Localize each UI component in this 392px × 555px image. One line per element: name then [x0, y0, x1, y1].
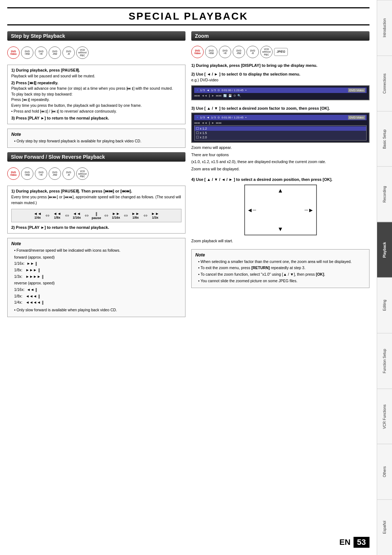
step2-title: 2) Press [⏭‖] repeatedly.	[11, 81, 181, 85]
sf-disc-dvd-rw2: DVD-RW	[49, 167, 61, 180]
slow-forward-disc-icons: DVDVideo DVD+RW DVD+R DVD-RW DVD-R VCDwi…	[7, 167, 185, 180]
page-number: 53	[354, 537, 369, 548]
slow-forward-content: 1) During playback, press [PAUSEⅡ]. Then…	[7, 186, 185, 234]
note-title-2: Note	[11, 241, 181, 246]
sidebar-tab-recording[interactable]: Recording	[377, 166, 392, 222]
sf-disc-dvd-rw: DVD+RW	[21, 167, 33, 180]
speed-cell-1-8x-fwd: ►► 1/8x	[129, 211, 142, 219]
step2-body: Playback will advance one frame (or step…	[11, 86, 181, 114]
zoom-step2: 2) Use [ ◄ / ► ] to select ⊙ to display …	[191, 72, 369, 102]
sf-note-1: Forward/reverse speed will be indicated …	[11, 248, 181, 254]
speed-arrow-pause: ‖	[95, 211, 98, 216]
zoom-step3-note3: (x1.0, x1.2, x1.5 and x2.0), these are d…	[191, 159, 369, 165]
step-by-step-header: Step by Step Playback	[7, 31, 185, 41]
zoom-step4: 4) Use [ ▲ / ▼ / ◄ / ► ] to select a des…	[191, 177, 369, 246]
z-disc-dvd-rw: DVD+RW	[205, 46, 217, 58]
zoom-header: Zoom	[191, 31, 369, 41]
page-footer: EN 53	[7, 537, 369, 548]
sf-disc-dvd-r: DVD-R	[62, 167, 75, 180]
z-disc-jpeg: JPEG	[274, 48, 288, 56]
sf-step1-title: 1) During playback, press [PAUSEⅡ]. Then…	[11, 189, 181, 194]
speed-arrow-1-8: ◄◄	[53, 211, 61, 216]
sidebar-tab-introduction[interactable]: Introduction	[377, 0, 392, 56]
zoom-note-box: Note When selecting a smaller factor tha…	[191, 249, 369, 288]
speed-cell-1-16x-fwd: ►► 1/16x	[110, 211, 123, 219]
speed-arrow-1-4: ◄◄	[34, 211, 42, 216]
speed-cell-1-8x: ◄◄ 1/8x	[51, 211, 64, 219]
slow-forward-header: Slow Forward / Slow Reverse Playback	[7, 152, 185, 162]
speed-cell-1-3x: ►► 1/3x	[149, 211, 162, 219]
sidebar-tab-others[interactable]: Others	[377, 444, 392, 499]
zoom-menu-items: ☐ x 1.2 ☐ x 1.5 ☐ x 2.0	[194, 125, 367, 141]
zoom-step2-title: 2) Use [ ◄ / ► ] to select ⊙ to display …	[191, 72, 369, 77]
speed-cell-pause: ‖ pause	[90, 211, 103, 220]
sidebar-tab-vcr-functions[interactable]: VCR Functions	[377, 389, 392, 444]
note-title-1: Note	[11, 132, 181, 137]
zoom-step1: 1) During playback, press [DISPLAY] to b…	[191, 63, 369, 68]
sidebar-tab-playback[interactable]: Playback	[377, 222, 392, 278]
zoom-note-2: To exit the zoom menu, press [RETURN] re…	[195, 265, 366, 271]
disc-dvd-r-plus: DVD+R	[35, 46, 47, 59]
disc-dvd-video: DVDVideo	[7, 46, 20, 59]
disc-vcd: VCDwithoutPBC	[76, 46, 89, 59]
z-disc-dvd-r: DVD-R	[246, 46, 259, 58]
z-disc-vcd: VCDwithoutPBC	[260, 46, 273, 58]
zoom-note-3: To cancel the zoom function, select "x1.…	[195, 272, 366, 278]
sidebar-tab-espanol[interactable]: Español	[377, 499, 392, 555]
slow-forward-note: Note Forward/reverse speed will be indic…	[7, 238, 185, 317]
right-sidebar: Introduction Connections Basic Setup Rec…	[377, 0, 392, 555]
disc-dvd-rw2: DVD-RW	[49, 46, 61, 59]
dvd-screen-controls: ⏮⏮ ◄◄ ‖ ► ⏭⏭ 🔄 💾 ⚙ 🔍	[194, 94, 367, 97]
speed-arrow-1-16-fwd: ►►	[112, 211, 120, 216]
zoom-option-2-0: ☐ x 2.0	[195, 135, 366, 139]
speed-arrow-1-3: ►►	[151, 211, 159, 216]
zoom-step3-note1: Zoom menu will appear.	[191, 145, 369, 151]
speed-arrow-1-8-fwd: ►►	[132, 211, 140, 216]
sf-step1-body: Every time you press [⏭⏭] or [⏮⏮], appro…	[11, 194, 181, 206]
page-wrapper: SPECIAL PLAYBACK Step by Step Playback D…	[0, 0, 392, 555]
page-title: SPECIAL PLAYBACK	[7, 7, 369, 25]
dvd-screen-bar: 🔹 1/ 5 ◄ 1/ 5 ⊙ 0:01:00 / 1:23:45 + DVD …	[194, 88, 367, 93]
speed-arrow-1-16-rev: ◄◄	[73, 211, 81, 216]
step-by-step-content: 1) During playback, press [PAUSEⅡ]. Play…	[7, 65, 185, 124]
zoom-screen-bar: 🔹 1/ 5 ◄ 1/ 5 ⊙ 0:01:00 / 1:23:45 + DVD …	[194, 115, 367, 120]
zoom-note-4: You cannot slide the zoomed picture on s…	[195, 278, 366, 284]
speed-cell-1-4x: ◄◄ 1/4x	[31, 211, 44, 219]
sidebar-tab-editing[interactable]: Editing	[377, 278, 392, 333]
disc-dvd-r: DVD-R	[62, 46, 75, 59]
zoom-arrow-right: ┈►	[305, 206, 314, 213]
zoom-note-1: When selecting a smaller factor than the…	[195, 259, 366, 265]
disc-dvd-rw: DVD+RW	[21, 46, 33, 59]
zoom-option-1-5: ☐ x 1.5	[195, 131, 366, 135]
note-item-1: Only step by step forward playback is av…	[11, 138, 181, 144]
speed-cell-1-16x-rev: ◄◄ 1/16x	[70, 211, 83, 219]
zoom-step3: 3) Use [ ▲ / ▼ ] to select a desired zoo…	[191, 106, 369, 174]
sf-disc-dvd-r-plus: DVD+R	[35, 167, 47, 180]
z-disc-dvd-r-plus: DVD+R	[219, 46, 231, 58]
step3-title: 3) Press [PLAY ►] to return to the norma…	[11, 116, 181, 120]
zoom-start-label: Zoom playback will start.	[191, 238, 369, 244]
zoom-disc-icons: DVDVideo DVD+RW DVD+R DVD-RW DVD-R VCDwi…	[191, 46, 369, 58]
speed-bar: ◄◄ 1/4x ⇔ ◄◄ 1/8x ⇔ ◄◄ 1/16x	[11, 209, 181, 222]
zoom-menu-screen: 🔹 1/ 5 ◄ 1/ 5 ⊙ 0:01:00 / 1:23:45 + DVD …	[191, 113, 369, 143]
right-column: Zoom DVDVideo DVD+RW DVD+R DVD-RW DVD-R …	[191, 31, 369, 532]
step-by-step-disc-icons: DVDVideo DVD+RW DVD+R DVD-RW DVD-R VCDwi…	[7, 46, 185, 59]
zoom-step2-eg: e.g.) DVD-video	[191, 77, 369, 83]
step1-title: 1) During playback, press [PAUSEⅡ].	[11, 68, 181, 73]
main-content: SPECIAL PLAYBACK Step by Step Playback D…	[0, 0, 377, 555]
sidebar-tab-function-setup[interactable]: Function Setup	[377, 333, 392, 389]
zoom-arrow-down: ▼	[278, 226, 283, 232]
left-column: Step by Step Playback DVDVideo DVD+RW DV…	[7, 31, 185, 532]
dvd-screen-1: 🔹 1/ 5 ◄ 1/ 5 ⊙ 0:01:00 / 1:23:45 + DVD …	[191, 85, 369, 100]
zoom-area-diagram: ▲ ▼ ◄┈ ┈►	[244, 185, 317, 235]
sf-speed-list: forward (approx. speed) 1/16x: ►► ‖ 1/8x…	[11, 254, 181, 306]
zoom-screen-controls: ⏮⏮ ◄◄ ‖ ► ⏭⏭	[194, 121, 367, 125]
sidebar-tab-basic-setup[interactable]: Basic Setup	[377, 111, 392, 167]
sf-disc-vcd: VCDwithoutPBC	[76, 167, 89, 180]
zoom-arrow-up: ▲	[278, 187, 283, 194]
zoom-step3-note4: Zoom area will be displayed.	[191, 166, 369, 172]
z-disc-dvd-rw2: DVD-RW	[233, 46, 245, 58]
sf-disc-dvd-video: DVDVideo	[7, 167, 20, 180]
sidebar-tab-connections[interactable]: Connections	[377, 56, 392, 111]
en-label: EN	[339, 538, 351, 547]
